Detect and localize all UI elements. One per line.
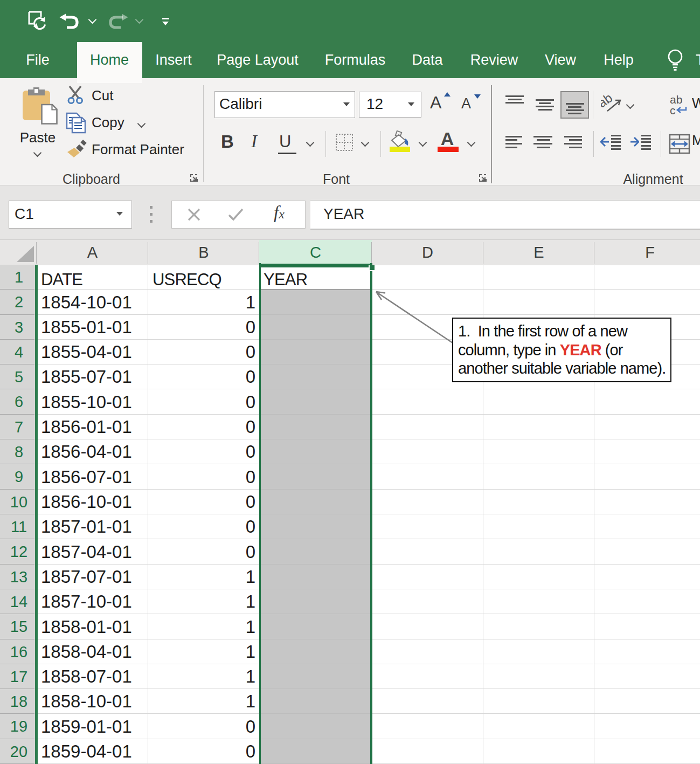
svg-text:ab: ab [601, 95, 615, 111]
svg-text:c: c [670, 104, 676, 116]
